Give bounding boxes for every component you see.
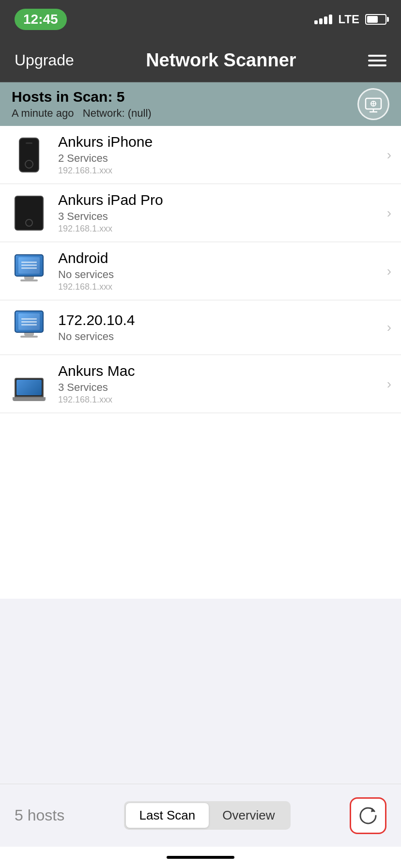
- last-scan-tab[interactable]: Last Scan: [126, 803, 209, 828]
- device-services: 2 Services: [58, 152, 382, 165]
- device-services: 3 Services: [58, 381, 382, 394]
- scan-info: Hosts in Scan: 5 A minute ago Network: (…: [12, 89, 152, 120]
- status-time: 12:45: [15, 9, 67, 30]
- chevron-right-icon: ›: [387, 205, 391, 221]
- device-icon-computer: [10, 308, 48, 347]
- chevron-right-icon: ›: [387, 264, 391, 279]
- device-list: Ankurs iPhone 2 Services 192.168.1.xxx ›…: [0, 126, 401, 599]
- device-item[interactable]: 172.20.10.4 No services ›: [0, 300, 401, 355]
- network-icon-svg: [363, 93, 384, 115]
- scan-time-network: A minute ago Network: (null): [12, 107, 152, 120]
- battery-icon: [365, 14, 386, 25]
- device-icon-iphone: [10, 136, 48, 174]
- device-name: Ankurs Mac: [58, 363, 382, 379]
- home-indicator: [0, 847, 401, 868]
- device-info: Ankurs iPhone 2 Services 192.168.1.xxx: [58, 134, 382, 176]
- chevron-right-icon: ›: [387, 376, 391, 392]
- device-info: Ankurs iPad Pro 3 Services 192.168.1.xxx: [58, 192, 382, 234]
- scan-header: Hosts in Scan: 5 A minute ago Network: (…: [0, 82, 401, 126]
- status-bar: 12:45 LTE: [0, 0, 401, 39]
- device-services: No services: [58, 330, 382, 343]
- device-services: 3 Services: [58, 210, 382, 223]
- chevron-right-icon: ›: [387, 147, 391, 163]
- refresh-button[interactable]: [350, 797, 386, 834]
- device-ip: 192.168.1.xxx: [58, 395, 382, 405]
- scan-network: Network: (null): [83, 107, 152, 119]
- device-icon-android: [10, 252, 48, 291]
- device-name: Ankurs iPad Pro: [58, 192, 382, 208]
- empty-area: [0, 599, 401, 784]
- device-item[interactable]: Ankurs Mac 3 Services 192.168.1.xxx ›: [0, 355, 401, 413]
- device-info: 172.20.10.4 No services: [58, 312, 382, 343]
- device-ip: 192.168.1.xxx: [58, 282, 382, 292]
- page-title: Network Scanner: [146, 50, 296, 71]
- menu-button[interactable]: [368, 55, 386, 66]
- device-name: Ankurs iPhone: [58, 134, 382, 150]
- device-ip: 192.168.1.xxx: [58, 224, 382, 234]
- device-ip: 192.168.1.xxx: [58, 166, 382, 176]
- device-name: Android: [58, 250, 382, 266]
- device-services: No services: [58, 268, 382, 281]
- device-icon-ipad: [10, 194, 48, 232]
- upgrade-button[interactable]: Upgrade: [15, 51, 74, 69]
- chevron-right-icon: ›: [387, 320, 391, 335]
- nav-bar: Upgrade Network Scanner: [0, 39, 401, 82]
- device-item[interactable]: Android No services 192.168.1.xxx ›: [0, 242, 401, 300]
- hosts-count-label: 5 hosts: [15, 806, 64, 824]
- battery-fill: [367, 16, 378, 23]
- signal-icon: [314, 15, 332, 24]
- home-bar: [167, 856, 234, 859]
- device-name: 172.20.10.4: [58, 312, 382, 328]
- device-info: Android No services 192.168.1.xxx: [58, 250, 382, 292]
- scan-time: A minute ago: [12, 107, 74, 119]
- device-icon-mac: [10, 365, 48, 403]
- tab-bar: 5 hosts Last Scan Overview: [0, 784, 401, 847]
- refresh-icon: [357, 805, 379, 826]
- status-right: LTE: [314, 13, 386, 26]
- tab-buttons: Last Scan Overview: [124, 801, 291, 830]
- carrier-label: LTE: [338, 13, 359, 26]
- device-item[interactable]: Ankurs iPhone 2 Services 192.168.1.xxx ›: [0, 126, 401, 184]
- device-info: Ankurs Mac 3 Services 192.168.1.xxx: [58, 363, 382, 405]
- hosts-in-scan-label: Hosts in Scan: 5: [12, 89, 152, 105]
- overview-tab[interactable]: Overview: [209, 803, 288, 828]
- device-item[interactable]: Ankurs iPad Pro 3 Services 192.168.1.xxx…: [0, 184, 401, 242]
- network-scan-icon[interactable]: [357, 88, 389, 120]
